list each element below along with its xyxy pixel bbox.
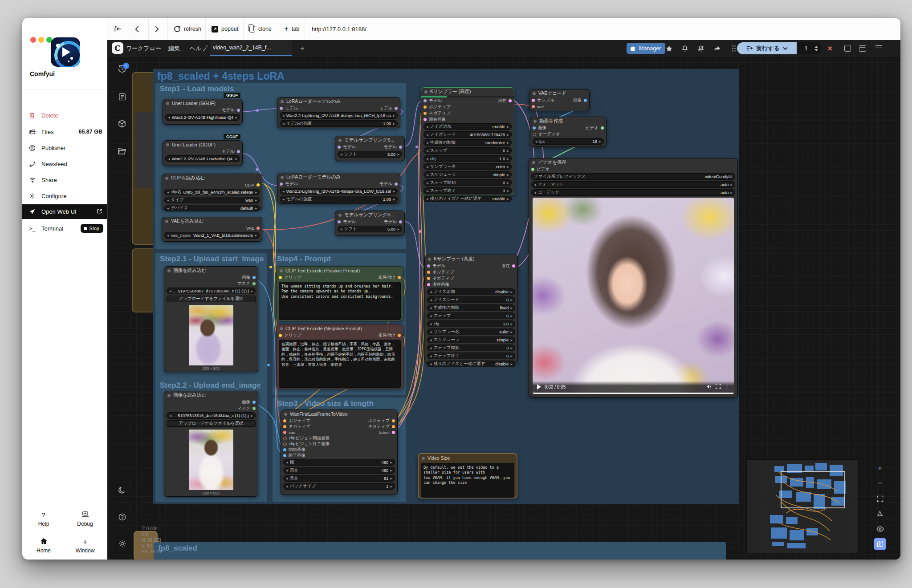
slot-dot[interactable]: [279, 334, 282, 337]
node-header[interactable]: Unet Loader (GGUF): [163, 99, 242, 107]
node-header[interactable]: CLIP Text Encode (Positive Prompt): [277, 267, 403, 275]
widget-left-arrow-icon[interactable]: ◀: [340, 227, 342, 231]
widget-スケジューラ[interactable]: ◀スケジューラsimple▶: [423, 171, 512, 178]
slot-dot[interactable]: [392, 419, 395, 422]
slot-dot[interactable]: [338, 146, 341, 149]
widget-バッチサイズ[interactable]: ◀バッチサイズ1▶: [283, 483, 395, 490]
node-header[interactable]: WanFirstLastFrameToVideo: [281, 410, 397, 418]
video-preview[interactable]: 0:02 / 0:05⋮: [533, 198, 734, 394]
minimap-toggle-button[interactable]: [874, 538, 886, 550]
widget-right-arrow-icon[interactable]: ▶: [507, 133, 509, 136]
slot-dot[interactable]: [283, 419, 286, 422]
node-load-image-start[interactable]: 画像を読み込む画像マスク◀... 51975504807_d717303096_…: [164, 266, 258, 372]
collapse-dot-icon[interactable]: [166, 102, 169, 105]
node-ksampler-advanced-2[interactable]: Kサンプラー (高度)モデルポジティブネガティブ潜在画像潜在◀ノイズ追加disa…: [424, 255, 518, 363]
widget-ステップ開始[interactable]: ◀ステップ開始0▶: [423, 179, 512, 186]
widget-combo[interactable]: ◀Wan2.2-I2V-A14B-HighNoise-Q4...▶: [165, 114, 240, 121]
fit-view-button[interactable]: [874, 492, 886, 505]
collapse-dot-icon[interactable]: [338, 139, 342, 142]
group-fp8-scaled-bottom[interactable]: fp8_scaled: [154, 542, 726, 560]
widget-ステップ終了[interactable]: ◀ステップ終了3▶: [423, 187, 512, 194]
slot-dot[interactable]: [279, 276, 282, 279]
widget-left-arrow-icon[interactable]: ◀: [286, 485, 288, 488]
node-header[interactable]: Kサンプラー (高度): [421, 88, 514, 96]
sidebar-item-publisher[interactable]: Publisher: [22, 141, 107, 155]
widget-ステップ終了[interactable]: ◀ステップ終了6▶: [427, 353, 515, 359]
node-library-button[interactable]: [115, 89, 129, 104]
widget-モデルの強度[interactable]: ◀モデルの強度1.00▶: [280, 120, 398, 127]
widget-combo[interactable]: ◀Wan2.2-Lightning_I2V-A14B-4steps-lora_L…: [280, 188, 398, 195]
widget-right-arrow-icon[interactable]: ▶: [507, 141, 509, 144]
widget-right-arrow-icon[interactable]: ▶: [251, 289, 253, 292]
widget-right-arrow-icon[interactable]: ▶: [510, 290, 513, 293]
widget-right-arrow-icon[interactable]: ▶: [507, 125, 509, 128]
forward-button[interactable]: [155, 18, 159, 40]
widget-right-arrow-icon[interactable]: ▶: [507, 181, 509, 184]
widget-left-arrow-icon[interactable]: ◀: [426, 149, 428, 152]
widget-left-arrow-icon[interactable]: ◀: [169, 414, 171, 417]
sidebar-debug[interactable]: Debug: [66, 511, 104, 527]
node-model-sampling-1[interactable]: モデルサンプリングS...モデルモデル◀シフト5.00▶: [335, 136, 405, 161]
collapse-dot-icon[interactable]: [532, 161, 535, 164]
slot-dot[interactable]: [399, 146, 402, 149]
widget-left-arrow-icon[interactable]: ◀: [340, 153, 342, 156]
widget-right-arrow-icon[interactable]: ▶: [235, 116, 237, 119]
widget-cfg[interactable]: ◀cfg1.0▶: [427, 320, 515, 327]
slot-dot[interactable]: [283, 437, 287, 440]
node-clip-loader[interactable]: CLIPを読み込むCLIP◀clip名umt5_xxl_fp8_e4m3fn_s…: [162, 174, 262, 210]
clear-queue-button[interactable]: ×: [823, 40, 837, 57]
menu-button[interactable]: [872, 40, 885, 57]
widget-combo[interactable]: ◀... 51976513616_4ce16d34ba_c (1) (1).jp…: [167, 412, 256, 419]
widget-スケジューラ[interactable]: ◀スケジューラsimple▶: [427, 337, 515, 343]
widget-left-arrow-icon[interactable]: ◀: [426, 165, 428, 168]
widget-right-arrow-icon[interactable]: ▶: [510, 306, 513, 309]
node-save-video[interactable]: ビデオを保存ビデオファイル名プレフィックスvideo/ComfyUI◀フォーマッ…: [529, 158, 738, 397]
widget-vae_name[interactable]: ◀vae_nameWan2_1_VAE_bf16.safetensors▶: [164, 232, 260, 239]
bottom-panel-button[interactable]: [856, 40, 869, 57]
widget-right-arrow-icon[interactable]: ▶: [255, 234, 257, 237]
slot-dot[interactable]: [392, 425, 395, 428]
star-icon[interactable]: [662, 40, 676, 57]
collapse-dot-icon[interactable]: [281, 100, 284, 103]
slot-dot[interactable]: [252, 401, 256, 404]
slot-dot[interactable]: [395, 182, 398, 186]
collapse-dot-icon[interactable]: [533, 120, 537, 123]
collapse-dot-icon[interactable]: [428, 258, 431, 261]
sidebar-item-terminal[interactable]: >_ Terminal Stop: [22, 221, 107, 235]
zoom-out-button[interactable]: −: [874, 477, 886, 490]
stepper-carets[interactable]: [814, 46, 818, 51]
widget-left-arrow-icon[interactable]: ◀: [168, 116, 170, 119]
collapse-dot-icon[interactable]: [166, 143, 169, 146]
slot-dot[interactable]: [533, 133, 536, 136]
slot-dot[interactable]: [392, 431, 395, 434]
widget-left-arrow-icon[interactable]: ◀: [430, 346, 432, 349]
widget-right-arrow-icon[interactable]: ▶: [251, 414, 253, 417]
widget-ノイズシード[interactable]: ◀ノイズシード0▶: [427, 296, 515, 303]
widget-right-arrow-icon[interactable]: ▶: [507, 149, 509, 152]
widget-fps[interactable]: ◀fps16▶: [533, 138, 604, 145]
slot-dot[interactable]: [237, 150, 240, 153]
close-window-button[interactable]: [30, 37, 36, 43]
widget-高さ[interactable]: ◀高さ480▶: [283, 467, 395, 474]
widget-right-arrow-icon[interactable]: ▶: [393, 114, 395, 117]
text-widget[interactable]: By default, we set the video to a smalle…: [421, 463, 514, 498]
text-widget[interactable]: 色调艳丽，过曝，静态，细节模糊不清，字幕，风格，作品，画作，画面，静止，整体发灰…: [279, 340, 401, 388]
widget-left-arrow-icon[interactable]: ◀: [282, 198, 285, 201]
widget-タイプ[interactable]: ◀タイプwan▶: [164, 197, 260, 203]
collapse-dot-icon[interactable]: [167, 394, 171, 397]
slot-dot[interactable]: [512, 264, 515, 268]
minimize-window-button[interactable]: [38, 37, 44, 43]
widget-right-arrow-icon[interactable]: ▶: [510, 346, 513, 349]
bell-slash-icon[interactable]: [694, 40, 708, 57]
widget-right-arrow-icon[interactable]: ▶: [510, 314, 513, 317]
refresh-button[interactable]: refresh: [174, 18, 201, 40]
node-clip-text-encode-positive[interactable]: CLIP Text Encode (Positive Prompt)クリップ条件…: [276, 266, 403, 321]
widget-幅[interactable]: ◀幅480▶: [283, 459, 395, 466]
collapse-dot-icon[interactable]: [281, 176, 284, 179]
widget-left-arrow-icon[interactable]: ◀: [430, 362, 432, 365]
slot-dot[interactable]: [427, 264, 430, 268]
widget-left-arrow-icon[interactable]: ◀: [282, 122, 285, 125]
popout-button[interactable]: popout: [212, 18, 238, 40]
widget-left-arrow-icon[interactable]: ◀: [426, 125, 428, 128]
panel-toggle-button[interactable]: [841, 40, 854, 57]
